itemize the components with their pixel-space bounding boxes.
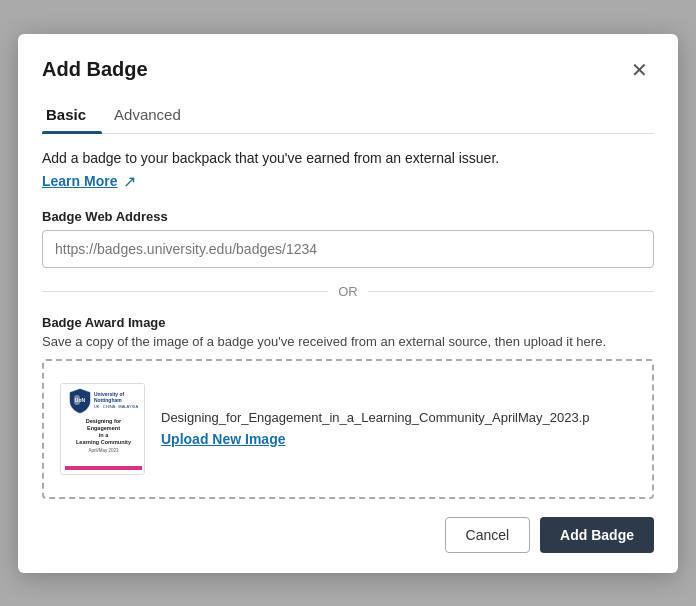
upload-info: Designing_for_Engagement_in_a_Learning_C… [161,410,636,447]
uon-shield-icon: UoN [69,388,91,414]
learn-more-row: Learn More ↗︎ [42,172,654,191]
add-badge-modal: Add Badge ✕ Basic Advanced Add a badge t… [18,34,678,573]
badge-preview: UoN University ofNottinghamUK · CHINA · … [60,383,145,475]
add-badge-button[interactable]: Add Badge [540,517,654,553]
badge-award-image-label: Badge Award Image [42,315,654,330]
tab-bar: Basic Advanced [42,98,654,134]
badge-image: UoN University ofNottinghamUK · CHINA · … [61,384,145,474]
or-divider: OR [42,284,654,299]
svg-text:UoN: UoN [75,397,86,403]
learn-more-link[interactable]: Learn More [42,173,117,189]
badge-address-input[interactable] [42,230,654,268]
description-text: Add a badge to your backpack that you've… [42,150,654,166]
pink-stripe [65,466,142,470]
badge-date: April/May 2023 [88,448,118,453]
uon-text: University ofNottinghamUK · CHINA · MALA… [94,391,138,410]
tab-advanced[interactable]: Advanced [110,98,197,133]
tab-basic[interactable]: Basic [42,98,102,133]
badge-award-image-desc: Save a copy of the image of a badge you'… [42,334,654,349]
or-label: OR [338,284,358,299]
close-button[interactable]: ✕ [625,58,654,82]
badge-logo: UoN University ofNottinghamUK · CHINA · … [69,388,138,414]
modal-footer: Cancel Add Badge [42,517,654,553]
badge-title: Designing forEngagementin aLearning Comm… [76,418,131,447]
cancel-button[interactable]: Cancel [445,517,531,553]
external-link-icon: ↗︎ [123,172,136,191]
badge-address-label: Badge Web Address [42,209,654,224]
upload-area: UoN University ofNottinghamUK · CHINA · … [42,359,654,499]
upload-new-image-link[interactable]: Upload New Image [161,431,636,447]
modal-header: Add Badge ✕ [42,58,654,82]
modal-title: Add Badge [42,58,148,81]
file-name: Designing_for_Engagement_in_a_Learning_C… [161,410,636,425]
